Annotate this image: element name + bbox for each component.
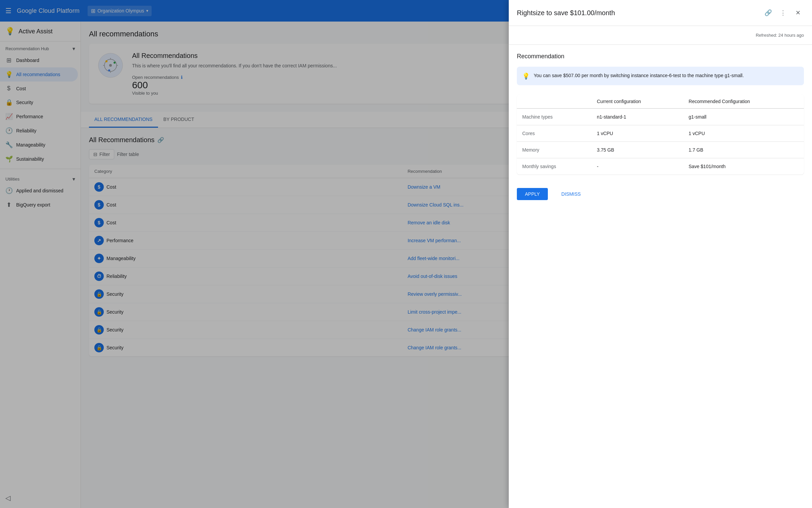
config-row-recommended: 1.7 GB <box>683 142 804 158</box>
config-col-label <box>517 95 591 108</box>
config-row-current: - <box>591 158 683 175</box>
detail-panel: Rightsize to save $101.00/month 🔗 ⋮ ✕ Re… <box>509 22 812 508</box>
detail-panel-header: Rightsize to save $101.00/month 🔗 ⋮ ✕ <box>509 22 812 26</box>
config-table-header: Current configuration Recommended Config… <box>517 95 804 108</box>
tip-icon: 💡 <box>522 72 530 80</box>
recommendation-tip: 💡 You can save $507.00 per month by swit… <box>517 67 804 85</box>
config-row-label: Monthly savings <box>517 158 591 175</box>
config-table-body: Machine types n1-standard-1 g1-small Cor… <box>517 108 804 174</box>
detail-refresh: Refreshed: 24 hours ago <box>509 26 812 45</box>
detail-section-title: Recommendation <box>517 53 804 60</box>
detail-content: Recommendation 💡 You can save $507.00 pe… <box>509 45 812 208</box>
config-row-label: Machine types <box>517 108 591 125</box>
config-row: Machine types n1-standard-1 g1-small <box>517 108 804 125</box>
config-row-recommended: g1-small <box>683 108 804 125</box>
config-row-recommended: 1 vCPU <box>683 125 804 142</box>
config-table: Current configuration Recommended Config… <box>517 95 804 174</box>
config-row-current: 1 vCPU <box>591 125 683 142</box>
tip-text: You can save $507.00 per month by switch… <box>534 72 744 79</box>
config-col-current: Current configuration <box>591 95 683 108</box>
config-row-label: Cores <box>517 125 591 142</box>
dismiss-button[interactable]: DISMISS <box>553 188 589 200</box>
config-row-current: n1-standard-1 <box>591 108 683 125</box>
apply-button[interactable]: APPLY <box>517 188 548 200</box>
config-col-recommended: Recommended Configuration <box>683 95 804 108</box>
config-row-recommended: Save $101/month <box>683 158 804 175</box>
main-layout: 💡 Active Assist Recommendation Hub ▾ ⊞ D… <box>0 22 812 508</box>
config-row: Memory 3.75 GB 1.7 GB <box>517 142 804 158</box>
config-row-label: Memory <box>517 142 591 158</box>
config-row: Cores 1 vCPU 1 vCPU <box>517 125 804 142</box>
config-row: Monthly savings - Save $101/month <box>517 158 804 175</box>
config-row-current: 3.75 GB <box>591 142 683 158</box>
action-buttons: APPLY DISMISS <box>517 185 804 200</box>
